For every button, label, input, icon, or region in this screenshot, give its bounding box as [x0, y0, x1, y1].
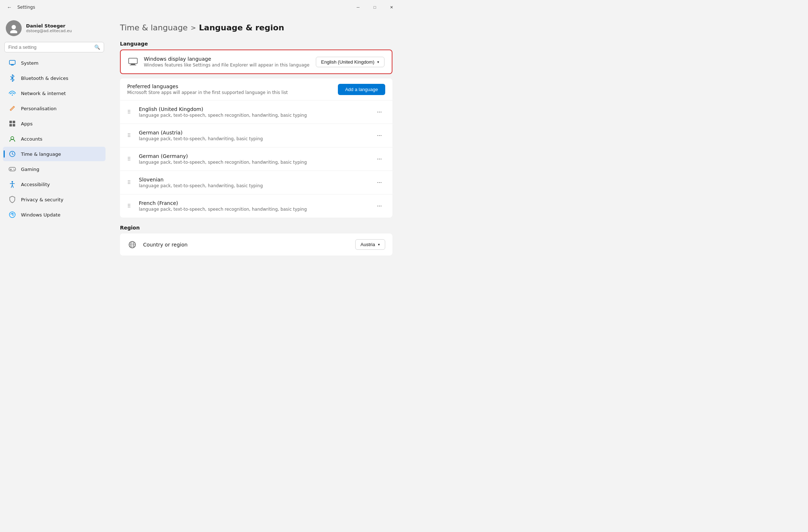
region-label: Country or region	[143, 242, 349, 248]
svg-point-0	[12, 25, 16, 29]
sidebar-item-label-bluetooth: Bluetooth & devices	[21, 76, 68, 81]
avatar	[6, 20, 22, 36]
language-row-0: ⠿ English (United Kingdom) language pack…	[120, 100, 392, 124]
region-dropdown[interactable]: Austria ▾	[355, 239, 385, 250]
preferred-languages-sublabel: Microsoft Store apps will appear in the …	[127, 90, 338, 95]
gaming-icon	[9, 166, 16, 173]
language-desc-0: language pack, text-to-speech, speech re…	[139, 113, 368, 118]
bluetooth-icon	[9, 74, 16, 82]
region-text: Country or region	[143, 242, 349, 248]
svg-rect-2	[9, 60, 15, 64]
language-section-title: Language	[120, 41, 392, 47]
region-value: Austria	[361, 242, 375, 247]
user-section: Daniel Stoeger dstoeg@ad.elitecad.eu	[0, 14, 108, 40]
back-button[interactable]: ←	[4, 2, 14, 12]
region-section-title: Region	[120, 225, 392, 231]
sidebar-item-update[interactable]: Windows Update	[3, 207, 106, 222]
language-name-3: Slovenian	[139, 177, 368, 183]
sidebar: Daniel Stoeger dstoeg@ad.elitecad.eu 🔍 S…	[0, 14, 108, 266]
sidebar-item-personalisation[interactable]: Personalisation	[3, 101, 106, 116]
apps-icon	[9, 120, 16, 127]
language-name-1: German (Austria)	[139, 130, 368, 136]
region-row: Country or region Austria ▾	[120, 233, 392, 256]
sidebar-item-time[interactable]: Time & language	[3, 147, 106, 161]
svg-rect-7	[9, 124, 12, 126]
sidebar-item-privacy[interactable]: Privacy & security	[3, 192, 106, 207]
drag-handle-3[interactable]: ⠿	[127, 180, 132, 185]
language-more-0[interactable]: ···	[374, 106, 385, 118]
language-desc-4: language pack, text-to-speech, speech re…	[139, 207, 368, 212]
sidebar-item-label-privacy: Privacy & security	[21, 197, 63, 202]
language-name-2: German (Germany)	[139, 153, 368, 159]
language-more-3[interactable]: ···	[374, 177, 385, 188]
language-more-1[interactable]: ···	[374, 130, 385, 141]
main-content: Time & language > Language & region Lang…	[108, 14, 404, 266]
search-icon: 🔍	[94, 44, 100, 50]
display-language-label: Windows display language	[144, 56, 310, 62]
language-text-2: German (Germany) language pack, text-to-…	[139, 153, 368, 165]
drag-handle-1[interactable]: ⠿	[127, 133, 132, 138]
minimize-button[interactable]: ─	[350, 1, 366, 13]
preferred-languages-card: Preferred languages Microsoft Store apps…	[120, 78, 392, 218]
sidebar-item-network[interactable]: Network & internet	[3, 86, 106, 100]
sidebar-item-apps[interactable]: Apps	[3, 116, 106, 131]
sidebar-item-bluetooth[interactable]: Bluetooth & devices	[3, 71, 106, 85]
system-icon	[9, 59, 16, 66]
language-desc-3: language pack, text-to-speech, handwriti…	[139, 183, 368, 188]
chevron-down-icon: ▾	[377, 60, 379, 64]
user-info: Daniel Stoeger dstoeg@ad.elitecad.eu	[26, 23, 72, 33]
breadcrumb-sep: >	[190, 24, 196, 31]
sidebar-item-label-personalisation: Personalisation	[21, 106, 57, 111]
preferred-languages-label: Preferred languages	[127, 83, 338, 89]
user-name: Daniel Stoeger	[26, 23, 72, 29]
search-box[interactable]: 🔍	[4, 42, 104, 52]
language-text-4: French (France) language pack, text-to-s…	[139, 200, 368, 212]
language-more-4[interactable]: ···	[374, 200, 385, 212]
sidebar-item-accounts[interactable]: Accounts	[3, 132, 106, 146]
drag-handle-2[interactable]: ⠿	[127, 156, 132, 162]
language-text-0: English (United Kingdom) language pack, …	[139, 106, 368, 118]
personalisation-icon	[9, 105, 16, 112]
region-chevron-icon: ▾	[378, 243, 380, 246]
sidebar-item-system[interactable]: System	[3, 56, 106, 70]
language-row-2: ⠿ German (Germany) language pack, text-t…	[120, 147, 392, 171]
display-language-icon	[128, 57, 138, 67]
breadcrumb-parent: Time & language	[120, 23, 188, 32]
add-language-button[interactable]: Add a language	[338, 84, 385, 95]
accessibility-icon	[9, 181, 16, 188]
language-name-4: French (France)	[139, 200, 368, 206]
display-language-sublabel: Windows features like Settings and File …	[144, 63, 310, 68]
language-name-0: English (United Kingdom)	[139, 106, 368, 112]
time-icon	[9, 150, 16, 158]
language-more-2[interactable]: ···	[374, 153, 385, 165]
close-button[interactable]: ✕	[383, 1, 400, 13]
sidebar-item-label-update: Windows Update	[21, 212, 60, 218]
app-title: Settings	[17, 5, 347, 10]
sidebar-item-label-gaming: Gaming	[21, 167, 39, 172]
language-row-4: ⠿ French (France) language pack, text-to…	[120, 194, 392, 218]
language-text-1: German (Austria) language pack, text-to-…	[139, 130, 368, 141]
svg-rect-5	[9, 121, 12, 123]
drag-handle-4[interactable]: ⠿	[127, 203, 132, 209]
sidebar-item-gaming[interactable]: Gaming	[3, 162, 106, 176]
display-language-dropdown[interactable]: English (United Kingdom) ▾	[316, 57, 384, 67]
sidebar-item-label-accessibility: Accessibility	[21, 182, 50, 187]
language-text-3: Slovenian language pack, text-to-speech,…	[139, 177, 368, 188]
svg-point-13	[14, 170, 15, 170]
sidebar-item-label-accounts: Accounts	[21, 136, 42, 142]
window-controls: ─ □ ✕	[350, 1, 400, 13]
accounts-icon	[9, 135, 16, 142]
search-input[interactable]	[8, 44, 91, 50]
display-language-card: Windows display language Windows feature…	[120, 50, 392, 74]
svg-rect-6	[13, 121, 15, 123]
svg-point-1	[10, 30, 17, 33]
drag-handle-0[interactable]: ⠿	[127, 109, 132, 115]
sidebar-item-accessibility[interactable]: Accessibility	[3, 177, 106, 192]
language-desc-1: language pack, text-to-speech, handwriti…	[139, 136, 368, 141]
language-row-3: ⠿ Slovenian language pack, text-to-speec…	[120, 171, 392, 194]
privacy-icon	[9, 196, 16, 203]
maximize-button[interactable]: □	[366, 1, 383, 13]
svg-point-4	[12, 95, 13, 96]
breadcrumb-current: Language & region	[199, 23, 284, 32]
sidebar-item-label-time: Time & language	[21, 151, 61, 157]
